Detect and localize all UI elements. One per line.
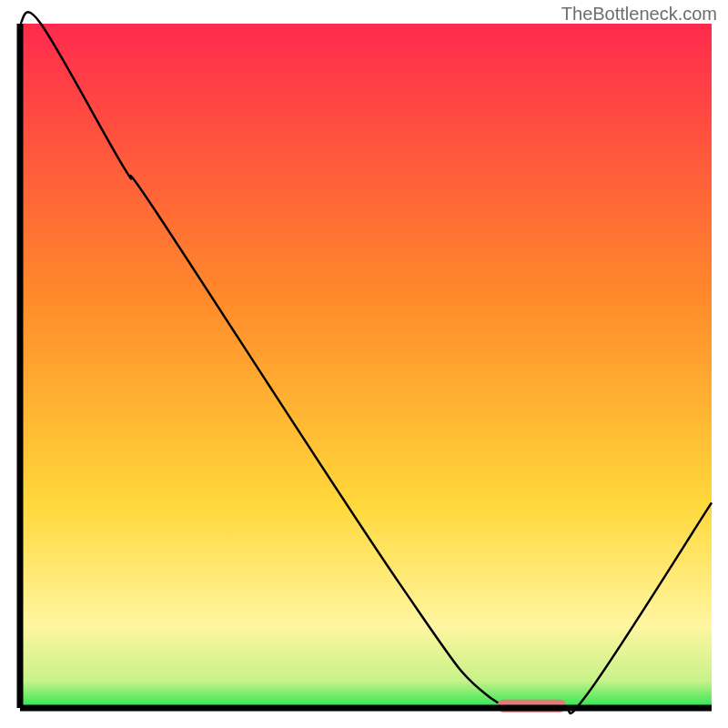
bottleneck-chart [0, 0, 728, 728]
watermark-text: TheBottleneck.com [561, 4, 717, 25]
chart-container: TheBottleneck.com [0, 0, 728, 728]
plot-background [20, 24, 712, 708]
